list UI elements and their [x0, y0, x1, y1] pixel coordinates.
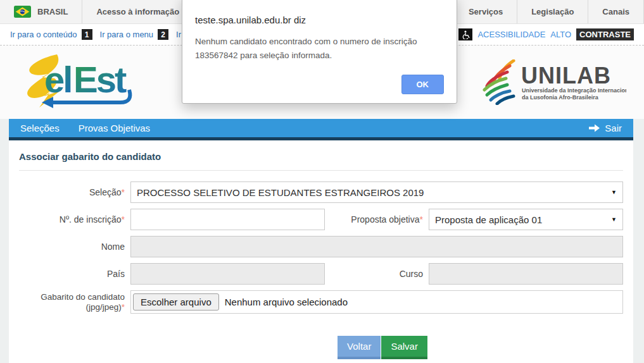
row-pais-curso: País Curso: [19, 263, 623, 285]
brasil-brand[interactable]: BRASIL: [0, 0, 82, 23]
gov-access-info-link[interactable]: Acesso à informação: [82, 0, 194, 23]
selecao-select[interactable]: PROCESSO SELETIVO DE ESTUDANTES ESTRANGE…: [130, 182, 623, 203]
svg-text:Est: Est: [73, 59, 127, 100]
ok-button[interactable]: OK: [401, 75, 445, 94]
required-marker: *: [122, 302, 125, 312]
proposta-label: Proposta objetiva*: [325, 214, 429, 225]
row-selecao: Seleção* PROCESSO SELETIVO DE ESTUDANTES…: [19, 182, 623, 203]
brazil-flag-icon: [14, 6, 31, 18]
nome-input-disabled: [130, 236, 623, 257]
unilab-wordmark: UNILAB: [521, 63, 611, 89]
selest-logo[interactable]: el Est: [14, 51, 150, 116]
gabarito-label: Gabarito do candidato (jpg/jpeg)*: [19, 292, 130, 312]
exit-arrow-icon: [589, 124, 600, 132]
alert-dialog: teste.spa.unilab.edu.br diz Nenhum candi…: [182, 0, 457, 104]
salvar-button[interactable]: Salvar: [381, 336, 427, 359]
unilab-logo: UNILAB Universidade da Integração Intern…: [482, 59, 626, 108]
gov-servicos-link[interactable]: Serviços: [455, 0, 517, 23]
alert-dialog-message: Nenhum candidato encontrado com o numero…: [195, 35, 444, 62]
alto-link[interactable]: ALTO: [550, 30, 571, 39]
unilab-subtitle-1: Universidade da Integração Internacional: [522, 87, 626, 94]
row-nome: Nome: [19, 236, 623, 257]
page-title: Associar gabarito do candidato: [19, 151, 623, 162]
unilab-subtitle-2: da Lusofonia Afro-Brasileira: [522, 94, 599, 101]
pais-input-disabled: [130, 263, 325, 285]
wheelchair-icon: [458, 28, 472, 40]
chevron-down-icon: ▼: [611, 216, 617, 223]
acessibilidade-link[interactable]: ACESSIBILIDADE: [477, 30, 545, 39]
title-divider: [19, 170, 623, 171]
required-marker: *: [122, 214, 125, 225]
chevron-down-icon: ▼: [611, 189, 617, 195]
choose-file-button[interactable]: Escolher arquivo: [133, 293, 219, 311]
skip-to-menu-link[interactable]: Ir para o menu: [100, 30, 154, 39]
inscricao-input[interactable]: [130, 209, 325, 230]
selecao-label: Seleção*: [19, 187, 130, 197]
nome-label: Nome: [19, 242, 130, 252]
main-container: Seleções Provas Objetivas Sair Associar …: [9, 119, 633, 363]
skip-key-1: 1: [82, 29, 92, 40]
selest-wordmark: el: [44, 59, 71, 100]
nav-selecoes[interactable]: Seleções: [20, 123, 60, 133]
alert-dialog-title: teste.spa.unilab.edu.br diz: [195, 15, 444, 25]
main-nav: Seleções Provas Objetivas Sair: [9, 119, 633, 140]
row-inscricao-proposta: Nº. de inscrição* Proposta objetiva* Pro…: [19, 209, 623, 230]
file-status-text: Nenhum arquivo selecionado: [225, 297, 348, 307]
required-marker: *: [122, 187, 125, 197]
form-actions: Voltar Salvar: [130, 336, 635, 359]
pais-label: País: [19, 269, 130, 279]
skip-to-content-link[interactable]: Ir para o conteúdo: [10, 30, 77, 39]
nav-sair[interactable]: Sair: [589, 123, 622, 133]
brasil-label: BRASIL: [37, 7, 68, 16]
alert-dialog-actions: OK: [195, 75, 444, 94]
gov-legislacao-link[interactable]: Legislação: [517, 0, 588, 23]
gabarito-file-input[interactable]: Escolher arquivo Nenhum arquivo selecion…: [130, 290, 623, 314]
skip-key-2: 2: [158, 29, 168, 40]
curso-label: Curso: [325, 269, 429, 279]
contraste-toggle[interactable]: CONTRASTE: [576, 28, 634, 40]
inscricao-label: Nº. de inscrição*: [19, 214, 130, 225]
row-gabarito: Gabarito do candidato (jpg/jpeg)* Escolh…: [19, 290, 623, 314]
required-marker: *: [420, 214, 423, 225]
nav-provas-objetivas[interactable]: Provas Objetivas: [79, 123, 150, 133]
accessibility-controls: ACESSIBILIDADE ALTO CONTRASTE: [458, 28, 634, 40]
voltar-button[interactable]: Voltar: [338, 336, 381, 359]
curso-input-disabled: [429, 263, 623, 285]
gov-canais-link[interactable]: Canais: [588, 0, 644, 23]
proposta-select[interactable]: Proposta de aplicação 01 ▼: [429, 209, 623, 230]
page-content: Associar gabarito do candidato Seleção* …: [9, 140, 633, 359]
